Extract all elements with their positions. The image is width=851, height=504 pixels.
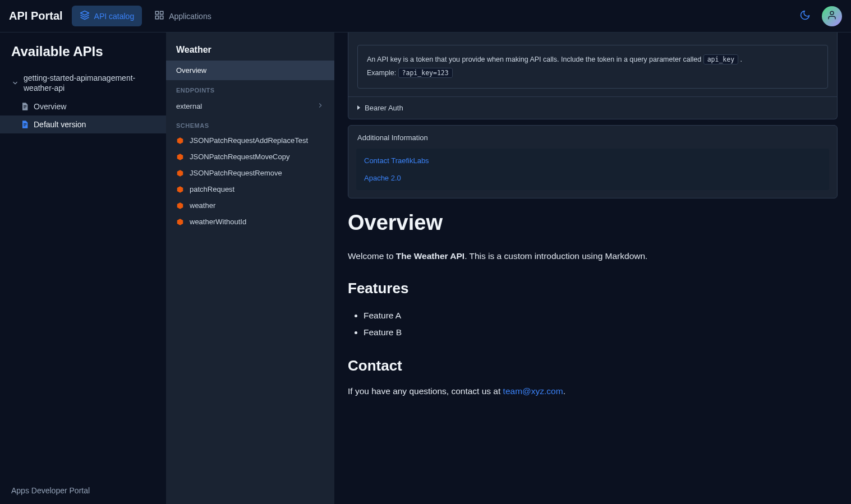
text: . xyxy=(563,386,565,396)
cube-icon xyxy=(176,186,184,193)
sidebar-api-nav: Weather Overview ENDPOINTS external SCHE… xyxy=(166,33,334,504)
svg-rect-7 xyxy=(24,107,26,107)
triangle-right-icon xyxy=(357,105,360,110)
grid-icon xyxy=(154,10,164,22)
brand-title: API Portal xyxy=(9,10,63,22)
doc-h2-features: Features xyxy=(348,280,838,297)
schema-label: JSONPatchRequestAddReplaceTest xyxy=(190,136,308,145)
file-icon xyxy=(20,102,29,111)
apikey-info: An API key is a token that you provide w… xyxy=(357,45,828,89)
schema-item[interactable]: weatherWithoutId xyxy=(166,214,334,230)
tree-item-default-version[interactable]: Default version xyxy=(0,115,166,133)
bearer-auth-toggle[interactable]: Bearer Auth xyxy=(348,96,837,119)
additional-info-title: Additional Information xyxy=(348,126,837,144)
svg-rect-4 xyxy=(155,16,158,19)
endpoint-label: external xyxy=(176,102,202,110)
schema-label: weather xyxy=(190,201,215,210)
doc-body: Overview Welcome to The Weather API. Thi… xyxy=(348,211,838,399)
tree-label: getting-started-apimanagement-weather-ap… xyxy=(24,73,155,93)
svg-rect-10 xyxy=(24,124,26,125)
doc-h1-overview: Overview xyxy=(348,211,838,235)
cube-icon xyxy=(176,137,184,145)
sidebar-footer: Apps Developer Portal xyxy=(0,477,166,504)
schema-label: JSONPatchRequestRemove xyxy=(190,169,282,177)
schema-item[interactable]: weather xyxy=(166,197,334,214)
svg-point-5 xyxy=(830,11,834,15)
user-icon xyxy=(827,10,837,22)
schema-item[interactable]: JSONPatchRequestRemove xyxy=(166,165,334,181)
theme-toggle-button[interactable] xyxy=(795,6,815,26)
heading-endpoints: ENDPOINTS xyxy=(166,80,334,97)
nav-label: Applications xyxy=(169,12,211,21)
user-avatar[interactable] xyxy=(822,6,842,26)
svg-marker-0 xyxy=(80,11,89,16)
chevron-down-icon xyxy=(11,79,19,87)
chevron-right-icon xyxy=(316,101,324,111)
list-item: Feature B xyxy=(364,324,838,340)
svg-rect-3 xyxy=(160,16,163,19)
sidebar-apis: Available APIs getting-started-apimanage… xyxy=(0,33,166,504)
svg-rect-1 xyxy=(155,11,158,14)
nav-label: API catalog xyxy=(94,12,135,21)
schema-label: JSONPatchRequestMoveCopy xyxy=(190,152,289,161)
svg-rect-11 xyxy=(24,126,25,126)
nav-item-overview[interactable]: Overview xyxy=(166,61,334,80)
svg-rect-2 xyxy=(160,11,163,14)
endpoint-external[interactable]: external xyxy=(166,97,334,115)
schema-label: patchRequest xyxy=(190,185,234,193)
main-content: An API key is a token that you provide w… xyxy=(334,33,851,504)
additional-info-card: Additional Information Contact TraefikLa… xyxy=(348,125,838,198)
tree-label: Overview xyxy=(34,102,66,111)
code-api-key: api_key xyxy=(703,54,738,64)
list-item: Feature A xyxy=(364,307,838,323)
svg-rect-9 xyxy=(24,123,26,124)
text: If you have any questions, contact us at xyxy=(348,386,503,396)
svg-rect-8 xyxy=(24,108,25,108)
doc-h2-contact: Contact xyxy=(348,357,838,374)
example-label: Example: xyxy=(367,69,398,77)
cube-icon xyxy=(176,202,184,210)
heading-schemas: SCHEMAS xyxy=(166,115,334,132)
schema-item[interactable]: patchRequest xyxy=(166,181,334,197)
text: . This is a custom introduction using Ma… xyxy=(464,251,647,261)
text: . xyxy=(740,56,742,63)
link-contact-traefiklabs[interactable]: Contact TraefikLabs xyxy=(356,152,829,169)
apikey-text: An API key is a token that you provide w… xyxy=(367,56,703,63)
api-title: Weather xyxy=(166,39,334,61)
nav-applications[interactable]: Applications xyxy=(146,6,219,26)
link-contact-email[interactable]: team@xyz.com xyxy=(503,386,563,396)
tree-root-weather-api[interactable]: getting-started-apimanagement-weather-ap… xyxy=(0,68,166,98)
features-list: Feature A Feature B xyxy=(348,307,838,340)
bearer-label: Bearer Auth xyxy=(365,104,403,112)
tree-item-overview[interactable]: Overview xyxy=(0,98,166,115)
text-bold: The Weather API xyxy=(396,251,464,261)
schema-item[interactable]: JSONPatchRequestAddReplaceTest xyxy=(166,132,334,149)
additional-info-body: Contact TraefikLabs Apache 2.0 xyxy=(356,149,829,190)
app-header: API Portal API catalog Applications xyxy=(0,0,851,33)
schema-item[interactable]: JSONPatchRequestMoveCopy xyxy=(166,149,334,165)
link-apache-license[interactable]: Apache 2.0 xyxy=(356,169,829,187)
auth-card: An API key is a token that you provide w… xyxy=(348,33,838,119)
text: Welcome to xyxy=(348,251,396,261)
cube-icon xyxy=(176,218,184,226)
doc-intro: Welcome to The Weather API. This is a cu… xyxy=(348,249,838,263)
code-example: ?api_key=123 xyxy=(398,68,453,78)
sidebar-title: Available APIs xyxy=(0,44,166,68)
layers-icon xyxy=(80,10,90,22)
tree-label: Default version xyxy=(34,120,86,129)
doc-contact: If you have any questions, contact us at… xyxy=(348,385,838,399)
svg-rect-6 xyxy=(24,105,26,106)
cube-icon xyxy=(176,153,184,161)
moon-icon xyxy=(799,10,811,23)
nav-api-catalog[interactable]: API catalog xyxy=(72,6,142,26)
file-icon xyxy=(20,120,29,129)
schema-label: weatherWithoutId xyxy=(190,218,246,226)
cube-icon xyxy=(176,169,184,177)
